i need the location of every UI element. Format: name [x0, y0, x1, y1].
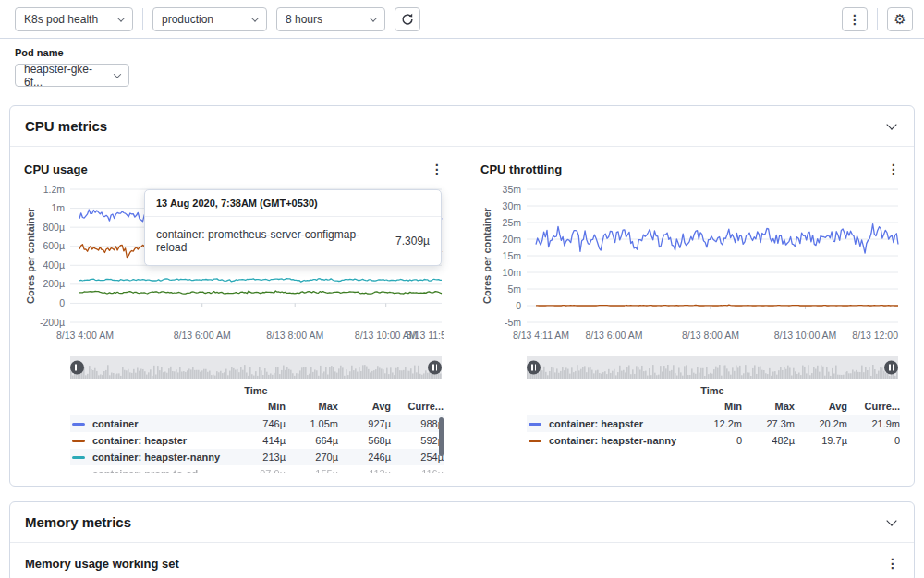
svg-text:600µ: 600µ [43, 240, 65, 251]
kebab-menu-button[interactable]: ⋮ [842, 7, 868, 31]
cpu-throttling-plot[interactable]: Cores per container35m30m25m20m15m10m5m0… [480, 182, 900, 348]
brush-handle-right[interactable] [428, 361, 442, 375]
series-stat-value: 0 [847, 435, 900, 446]
chart-title-row: CPU throttling⋮ [480, 158, 900, 180]
series-name: container: prom-to-sd [92, 468, 233, 473]
brush-waveform [527, 356, 898, 379]
brush-handle-left[interactable] [70, 361, 84, 375]
cpu-usage-chart-column: CPU usage⋮Cores per container1.2m1m800µ6… [24, 158, 444, 473]
legend-col-header: Avg [338, 401, 391, 412]
cpu-metrics-title: CPU metrics [25, 118, 107, 134]
series-stat-value: 568µ [338, 435, 391, 446]
tooltip-series-row: container: prometheus-server-configmap-r… [145, 217, 441, 265]
dashboard-select[interactable]: K8s pod health [15, 7, 133, 31]
cpu-metrics-accordion-header[interactable]: CPU metrics [10, 106, 914, 147]
time-range-select-value: 8 hours [286, 13, 322, 26]
svg-text:200µ: 200µ [43, 278, 65, 289]
series-stat-value: 270µ [286, 452, 338, 463]
series-color-swatch [529, 440, 541, 442]
chevron-down-icon [886, 515, 896, 525]
kebab-menu-icon[interactable]: ⋮ [886, 556, 899, 571]
legend-row[interactable]: container: heapster-nanny213µ270µ246µ254… [70, 449, 444, 465]
series-stat-value: 988µ [391, 418, 444, 429]
time-brush[interactable] [70, 356, 442, 379]
svg-text:35m: 35m [503, 184, 522, 195]
memory-metrics-title: Memory metrics [25, 514, 131, 530]
svg-text:30m: 30m [503, 200, 522, 211]
series-stat-value: 155µ [286, 468, 338, 473]
series-color-swatch [72, 423, 85, 426]
cpu-throttling-chart-column: CPU throttling⋮Cores per container35m30m… [480, 158, 900, 473]
svg-text:8/13 4:11 AM: 8/13 4:11 AM [513, 330, 569, 341]
svg-text:8/13 12:00: 8/13 12:00 [852, 330, 898, 341]
series-line-0 [536, 224, 898, 254]
series-color-swatch [72, 473, 85, 474]
svg-text:0: 0 [516, 300, 521, 311]
legend-scrollbar-thumb[interactable] [439, 417, 444, 456]
svg-text:800µ: 800µ [43, 222, 65, 233]
svg-text:0: 0 [59, 297, 65, 308]
environment-select[interactable]: production [152, 7, 267, 31]
series-stat-value: 19.7µ [795, 435, 847, 446]
series-stat-value: 12.2m [689, 418, 742, 429]
gear-icon: ⚙ [894, 11, 906, 28]
legend-col-header: Max [286, 401, 338, 412]
legend-row[interactable]: container: heapster-nanny0482µ19.7µ0 [527, 432, 900, 449]
chart-canvas-wrap: Cores per container1.2m1m800µ600µ400µ200… [24, 182, 444, 352]
brush-handle-left[interactable] [527, 361, 541, 375]
legend-table: MinMaxAvgCurre...container746µ1.05m927µ9… [70, 398, 444, 473]
series-stat-value: 116µ [391, 468, 444, 473]
pod-name-select[interactable]: heapster-gke-6f... [15, 64, 129, 87]
series-stat-value: 592µ [391, 435, 444, 446]
dashboard-select-value: K8s pod health [24, 13, 98, 26]
x-axis-title: Time [70, 385, 442, 396]
series-stat-value: 20.2m [795, 418, 847, 429]
legend-rows-viewport[interactable]: container: heapster12.2m27.3m20.2m21.9mc… [527, 415, 900, 451]
svg-text:8/13 11:5: 8/13 11:5 [407, 330, 444, 341]
legend-row[interactable]: container746µ1.05m927µ988µ [70, 415, 444, 432]
series-stat-value: 746µ [233, 418, 286, 429]
chevron-down-icon [370, 14, 377, 21]
toolbar-divider [877, 8, 878, 30]
svg-text:10m: 10m [503, 267, 522, 278]
svg-text:-200µ: -200µ [40, 317, 65, 328]
brush-handle-right[interactable] [884, 361, 898, 375]
memory-metrics-accordion-header[interactable]: Memory metrics [10, 502, 914, 543]
filter-row: Pod name heapster-gke-6f... [0, 39, 924, 105]
series-color-swatch [72, 440, 85, 442]
brush-waveform [70, 356, 442, 379]
kebab-menu-icon[interactable]: ⋮ [887, 162, 900, 176]
svg-text:5m: 5m [507, 283, 521, 295]
series-color-swatch [529, 423, 541, 426]
series-line-3 [79, 291, 442, 294]
series-color-swatch [72, 456, 85, 459]
chart-title: CPU usage [24, 163, 88, 176]
time-brush[interactable] [527, 356, 898, 379]
tooltip-series-name: container: prometheus-server-configmap-r… [156, 228, 384, 254]
refresh-button[interactable] [395, 7, 420, 31]
svg-text:8/13 10:00 AM: 8/13 10:00 AM [774, 330, 837, 341]
series-stat-value: 482µ [742, 435, 795, 446]
svg-text:1.2m: 1.2m [43, 184, 66, 195]
legend-row[interactable]: container: heapster12.2m27.3m20.2m21.9m [527, 415, 900, 432]
series-stat-value: 0 [689, 435, 742, 446]
legend-row[interactable]: container: heapster414µ664µ568µ592µ [70, 432, 444, 449]
kebab-menu-icon[interactable]: ⋮ [431, 162, 444, 176]
series-stat-value: 97.9µ [233, 468, 286, 473]
svg-text:-5m: -5m [505, 317, 521, 328]
series-stat-value: 113µ [338, 468, 391, 473]
k8s-pod-health-dashboard: K8s pod health production 8 hours ⋮ [0, 0, 924, 578]
series-name: container [92, 418, 233, 429]
time-range-select[interactable]: 8 hours [276, 7, 385, 31]
refresh-icon [401, 13, 414, 26]
svg-text:8/13 8:00 AM: 8/13 8:00 AM [266, 330, 323, 341]
tooltip-series-value: 7.309µ [395, 235, 430, 247]
kebab-icon: ⋮ [848, 12, 861, 27]
toolbar-right-group: ⋮ ⚙ [842, 7, 913, 31]
legend-rows-viewport[interactable]: container746µ1.05m927µ988µcontainer: hea… [70, 415, 444, 473]
svg-text:8/13 8:00 AM: 8/13 8:00 AM [682, 330, 739, 341]
svg-text:25m: 25m [503, 217, 522, 228]
settings-button[interactable]: ⚙ [887, 7, 913, 31]
series-stat-value: 1.05m [286, 418, 338, 429]
legend-row[interactable]: container: prom-to-sd97.9µ155µ113µ116µ [70, 465, 444, 473]
